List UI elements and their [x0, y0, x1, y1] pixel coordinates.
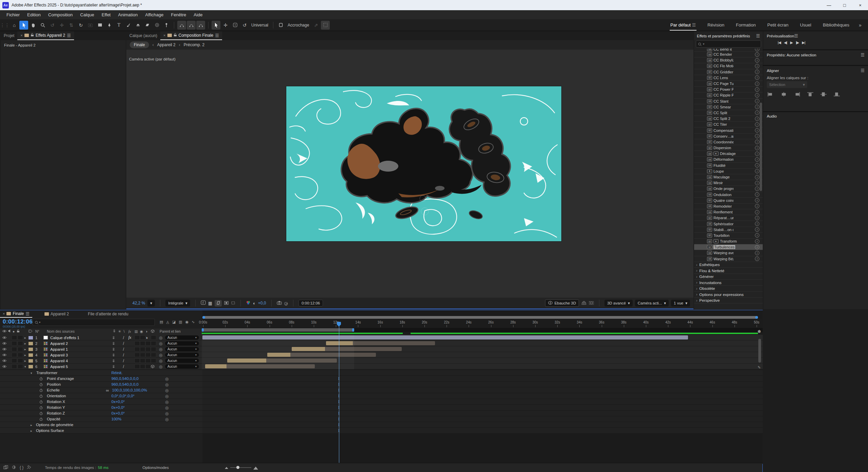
effect-item[interactable]: 32CC Griddleri [694, 69, 763, 75]
info-icon[interactable]: i [755, 75, 759, 80]
layer-duration-bar[interactable] [202, 335, 688, 339]
layer-label-swatch[interactable] [29, 347, 33, 352]
info-icon[interactable]: i [755, 52, 759, 57]
composition-canvas[interactable] [286, 86, 561, 241]
workspace-petit-écran[interactable]: Petit écran [767, 22, 789, 28]
effect-item[interactable]: 32▸Transformationi [694, 239, 763, 244]
shy-layers-icon[interactable]: ◪ [172, 320, 176, 324]
marquee-icon[interactable] [321, 21, 330, 30]
timeline-search-input[interactable]: ▾ [33, 319, 155, 326]
effect-item[interactable]: 32Turbulencesi [694, 244, 763, 250]
frame-blend-toggle-icon[interactable]: ▥ [179, 320, 182, 324]
layer-row[interactable]: ▸5Appareil 4/◎Aucun▾ [0, 358, 202, 364]
effect-item[interactable]: 32CC Lensi [694, 75, 763, 81]
previous-frame-button[interactable]: ◀| [784, 40, 787, 45]
effect-item[interactable]: 16Warping Bézieri [694, 256, 763, 262]
layer-shy-toggle[interactable] [112, 358, 115, 363]
info-icon[interactable]: i [755, 99, 759, 103]
effect-item[interactable]: 16Remodeleri [694, 204, 763, 209]
author-icon[interactable] [27, 465, 31, 470]
view-layout-dropdown[interactable]: 1 vue▾ [671, 300, 690, 307]
layer-visibility-toggle[interactable] [2, 358, 7, 363]
effect-item[interactable]: 16CC Split 2i [694, 116, 763, 122]
parent-dropdown[interactable]: Aucun▾ [165, 353, 199, 357]
effect-item[interactable]: 16Renflementi [694, 209, 763, 215]
pen-tool[interactable] [105, 21, 114, 30]
info-icon[interactable]: i [755, 187, 759, 191]
property-value[interactable]: 960,0,540,0,0,0 [111, 382, 139, 386]
dolly-camera-tool[interactable]: ⇅ [67, 21, 76, 30]
effect-item[interactable]: 32Réparat…urateur déroulanti [694, 215, 763, 221]
info-icon[interactable]: i [755, 210, 759, 214]
layer-in-segment[interactable] [267, 353, 290, 357]
info-icon[interactable]: i [755, 87, 759, 92]
layer-duration-bar[interactable] [227, 359, 337, 363]
menu-item-animation[interactable]: Animation [114, 12, 142, 17]
menu-item-aide[interactable]: Aide [190, 12, 206, 17]
stopwatch-icon[interactable] [39, 376, 43, 381]
rotate-mode-icon[interactable]: ↺ [240, 21, 249, 30]
fast-preview-icon[interactable] [201, 300, 206, 306]
property-row[interactable]: Rotation X0x+0,0°◎ [0, 399, 202, 405]
label-column-icon[interactable] [29, 329, 33, 333]
parent-dropdown[interactable]: Aucun▾ [165, 335, 199, 340]
layer-in-segment[interactable] [205, 364, 227, 368]
zoom-slider-knob[interactable] [236, 466, 239, 469]
layer-switch-cell[interactable] [134, 347, 140, 351]
layer-name[interactable]: Appareil 2 [50, 341, 68, 346]
panel-menu-icon[interactable]: ☰ [794, 33, 798, 38]
align-target-dropdown[interactable]: Sélection▾ [767, 81, 807, 88]
zoom-in-icon[interactable] [253, 466, 258, 470]
property-row[interactable]: Opacité100%◎ [0, 416, 202, 422]
draft-3d-button[interactable]: Ebauche 3D [545, 299, 579, 307]
info-icon[interactable]: i [755, 122, 759, 127]
property-row[interactable]: Echelle∞100,0,100,0,100,0%◎ [0, 387, 202, 393]
effect-item[interactable]: 16CC Benderi [694, 52, 763, 57]
info-icon[interactable]: i [755, 146, 759, 150]
eraser-tool[interactable] [143, 21, 152, 30]
expand-group-icon[interactable]: ▸ [31, 422, 32, 427]
graph-editor-icon[interactable]: ∿ [192, 320, 195, 324]
adjustment-layer-toggle[interactable]: ◑ [145, 335, 148, 340]
text-tool[interactable]: T [114, 21, 123, 30]
effect-item[interactable]: 16Fluiditéi [694, 163, 763, 169]
composition-viewer[interactable]: Caméra active (par défaut) [126, 50, 693, 298]
graph-layer-row[interactable] [202, 364, 763, 369]
layer-label-swatch[interactable] [29, 341, 33, 346]
3d-layer-toggle[interactable] [151, 364, 155, 369]
menu-item-edition[interactable]: Edition [23, 12, 44, 17]
parent-column-header[interactable]: Parent et lien [160, 329, 181, 333]
property-value[interactable]: 0,0°,0,0°,0,0° [111, 394, 134, 398]
pan-camera-tool[interactable]: ✛ [57, 21, 66, 30]
lock-column-icon[interactable] [17, 329, 20, 333]
quality-column-icon[interactable]: \ [124, 329, 125, 333]
time-ruler[interactable]: 0:00s02s04s06s08s10s12s14s16s18s20s22s24… [202, 319, 763, 328]
layer-switch-cell[interactable] [145, 353, 151, 357]
parent-pickwhip-icon[interactable]: ◎ [159, 335, 162, 340]
workspace-usuel[interactable]: Usuel [800, 22, 811, 28]
layer-switch-cell[interactable] [134, 335, 140, 340]
parent-dropdown[interactable]: Aucun▾ [165, 341, 199, 346]
property-row[interactable]: Rotation Z0x+0,0°◎ [0, 410, 202, 416]
close-icon[interactable]: × [3, 312, 5, 316]
stopwatch-icon[interactable] [39, 417, 43, 422]
property-pickwhip-icon[interactable]: ◎ [165, 394, 168, 399]
info-icon[interactable]: i [755, 128, 759, 133]
info-icon[interactable]: i [755, 175, 759, 179]
layer-name[interactable]: Calque d'effets 1 [50, 335, 79, 340]
info-icon[interactable]: i [755, 117, 759, 121]
layer-visibility-toggle[interactable] [2, 341, 7, 346]
layer-visibility-toggle[interactable] [2, 364, 7, 369]
playhead-handle[interactable] [337, 322, 341, 327]
info-icon[interactable]: i [755, 49, 759, 51]
effect-item[interactable]: 32Coordonnées polairesi [694, 139, 763, 145]
align-left-icon[interactable] [767, 92, 774, 97]
layer-switch-cell[interactable] [151, 359, 156, 363]
align-bottom-icon[interactable] [834, 92, 840, 97]
transform-group-label[interactable]: Transformer [36, 371, 57, 375]
options-modes-toggle[interactable]: Options/modes [143, 466, 169, 470]
go-to-start-button[interactable]: |◀ [778, 40, 781, 45]
layer-in-segment[interactable] [292, 347, 325, 351]
expand-layer-icon[interactable]: ▸ [24, 341, 26, 346]
solo-column-icon[interactable]: ● [13, 329, 15, 333]
